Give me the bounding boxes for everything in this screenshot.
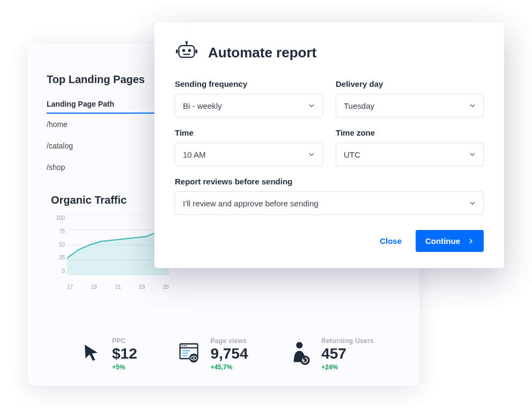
modal-header: Automate report: [175, 41, 484, 64]
y-tick: 25: [50, 255, 65, 261]
modal-form: Sending frequency Bi - weekly Delivery d…: [175, 79, 484, 215]
svg-point-9: [186, 345, 187, 346]
metric-label: PPC: [112, 337, 137, 345]
svg-rect-24: [176, 49, 178, 53]
x-tick: 17: [67, 284, 73, 290]
continue-button-label: Continue: [425, 236, 460, 246]
svg-rect-25: [195, 49, 197, 53]
chevron-down-icon: [469, 151, 476, 158]
svg-rect-20: [179, 46, 194, 57]
chevron-down-icon: [469, 200, 476, 206]
x-tick: 19: [91, 284, 97, 290]
metric-delta: +5%: [112, 363, 137, 371]
x-tick: 21: [115, 284, 121, 290]
svg-point-17: [300, 355, 310, 365]
label-frequency: Sending frequency: [175, 79, 323, 88]
select-value: Bi - weekly: [183, 101, 222, 110]
select-timezone[interactable]: UTC: [336, 143, 484, 166]
chart-y-axis: 100 75 50 25 0: [50, 215, 65, 274]
metric-delta: +24%: [321, 363, 374, 371]
svg-point-16: [296, 342, 302, 348]
y-tick: 100: [50, 215, 65, 221]
chevron-down-icon: [308, 151, 315, 158]
metric-label: Returning Users: [321, 337, 374, 345]
field-delivery-day: Delivery day Tuesday: [336, 79, 484, 117]
user-return-icon: [288, 340, 313, 365]
chevron-right-icon: [468, 238, 474, 244]
close-button[interactable]: Close: [378, 232, 404, 250]
metric-value: 9,754: [210, 346, 248, 362]
svg-point-7: [182, 345, 183, 346]
metric-value: 457: [321, 346, 374, 362]
chevron-down-icon: [308, 102, 315, 109]
select-delivery-day[interactable]: Tuesday: [336, 94, 484, 117]
field-frequency: Sending frequency Bi - weekly: [175, 79, 323, 117]
automate-report-modal: Automate report Sending frequency Bi - w…: [154, 23, 504, 268]
field-time: Time 10 AM: [175, 128, 323, 166]
select-value: Tuesday: [344, 101, 374, 110]
chart-x-axis: 17 19 21 23 25: [67, 284, 169, 290]
modal-title: Automate report: [208, 44, 316, 61]
metric-value: $12: [112, 346, 137, 362]
label-time: Time: [175, 128, 323, 137]
y-tick: 50: [50, 242, 65, 248]
svg-point-15: [193, 358, 195, 359]
metric-delta: +45,7%: [210, 363, 248, 371]
cursor-icon: [79, 340, 104, 365]
chart-area: [67, 230, 169, 275]
select-frequency[interactable]: Bi - weekly: [175, 94, 323, 117]
metric-pageviews: Page views 9,754 +45,7%: [177, 337, 248, 371]
page-eye-icon: [177, 340, 202, 365]
y-tick: 0: [50, 268, 65, 274]
x-tick: 23: [139, 284, 145, 290]
select-time[interactable]: 10 AM: [175, 143, 323, 166]
field-timezone: Time zone UTC: [336, 128, 484, 166]
svg-point-21: [182, 49, 185, 51]
y-tick: 75: [50, 228, 65, 234]
label-delivery-day: Delivery day: [336, 79, 484, 88]
robot-icon: [175, 41, 198, 64]
label-review: Report reviews before sending: [175, 177, 484, 186]
metrics-row: PPC $12 +5% Page vie: [47, 337, 401, 371]
x-tick: 25: [163, 284, 169, 290]
svg-point-8: [184, 345, 185, 346]
continue-button[interactable]: Continue: [416, 230, 484, 252]
svg-point-19: [186, 41, 188, 43]
select-value: UTC: [344, 150, 360, 159]
svg-point-22: [188, 49, 191, 51]
label-timezone: Time zone: [336, 128, 484, 137]
metric-ppc: PPC $12 +5%: [79, 337, 137, 371]
modal-footer: Close Continue: [175, 230, 484, 252]
select-value: 10 AM: [183, 150, 206, 159]
metric-label: Page views: [210, 337, 248, 345]
field-review: Report reviews before sending I’ll revie…: [175, 177, 484, 215]
metric-returning-users: Returning Users 457 +24%: [288, 337, 374, 371]
select-value: I’ll review and approve before sending: [183, 199, 319, 208]
chart-plot: [67, 215, 169, 275]
select-review[interactable]: I’ll review and approve before sending: [175, 191, 484, 215]
chevron-down-icon: [469, 102, 476, 109]
